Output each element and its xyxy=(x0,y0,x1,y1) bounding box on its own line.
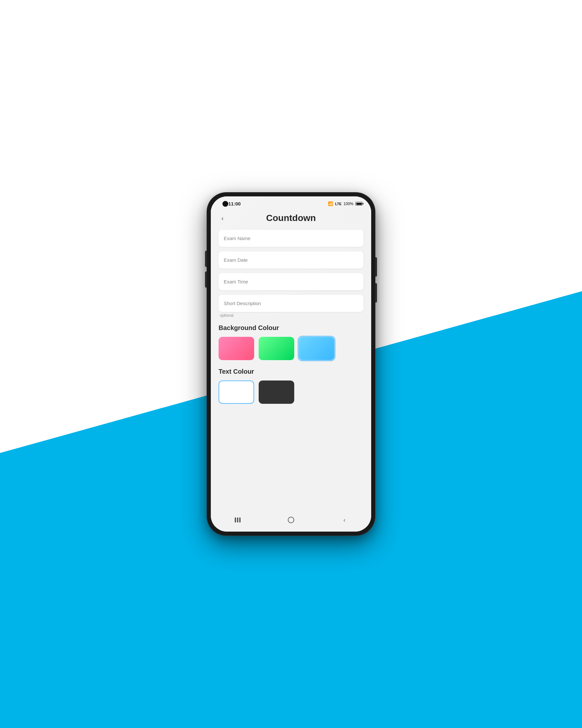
exam-date-input[interactable] xyxy=(219,252,363,268)
battery-tip xyxy=(363,203,363,205)
volume-down-button xyxy=(205,271,207,288)
swatch-blue[interactable] xyxy=(299,337,334,360)
text-swatch-white[interactable] xyxy=(219,381,254,404)
text-colour-swatches xyxy=(219,381,363,404)
lte-label: LTE xyxy=(335,202,341,206)
battery-body xyxy=(355,202,362,205)
recent-apps-button[interactable] xyxy=(231,514,244,526)
background-colour-label: Background Colour xyxy=(219,324,363,332)
home-icon xyxy=(288,517,294,523)
status-icons: 📶 LTE 100% xyxy=(328,201,363,206)
status-time: 11:00 xyxy=(219,201,241,206)
nav-line-3 xyxy=(239,517,241,523)
page-title: Countdown xyxy=(228,213,365,223)
app-header: ‹ Countdown xyxy=(211,209,371,229)
exam-time-input[interactable] xyxy=(219,273,363,290)
status-bar: 11:00 📶 LTE 100% xyxy=(211,197,371,209)
battery-icon xyxy=(355,202,363,205)
battery-percent: 100% xyxy=(343,202,353,206)
text-colour-label: Text Colour xyxy=(219,368,363,375)
form-section: optional Background Colour Text Colour xyxy=(211,229,371,413)
back-nav-button[interactable]: ‹ xyxy=(338,514,351,526)
back-nav-icon: ‹ xyxy=(343,517,345,523)
navigation-bar: ‹ xyxy=(211,510,371,531)
text-swatch-dark[interactable] xyxy=(259,381,294,404)
nav-line-1 xyxy=(235,517,236,523)
recent-apps-icon xyxy=(235,517,241,523)
nav-line-2 xyxy=(237,517,238,523)
swatch-pink[interactable] xyxy=(219,337,254,360)
screen-content: ‹ Countdown optional Background Colour xyxy=(211,209,371,510)
volume-buttons xyxy=(205,251,207,288)
back-button[interactable]: ‹ xyxy=(217,213,228,223)
phone-screen: 11:00 📶 LTE 100% ‹ xyxy=(211,197,371,531)
optional-label: optional xyxy=(219,313,363,318)
short-description-input[interactable] xyxy=(219,295,363,312)
volume-up-button xyxy=(205,251,207,267)
wifi-icon: 📶 xyxy=(328,201,333,206)
background-colour-swatches xyxy=(219,337,363,360)
exam-name-input[interactable] xyxy=(219,230,363,247)
battery-fill xyxy=(356,203,362,205)
home-button[interactable] xyxy=(284,514,298,526)
camera-hole xyxy=(222,201,228,207)
phone-mockup: 11:00 📶 LTE 100% ‹ xyxy=(207,192,375,536)
phone-frame: 11:00 📶 LTE 100% ‹ xyxy=(207,192,375,536)
swatch-green[interactable] xyxy=(259,337,294,360)
